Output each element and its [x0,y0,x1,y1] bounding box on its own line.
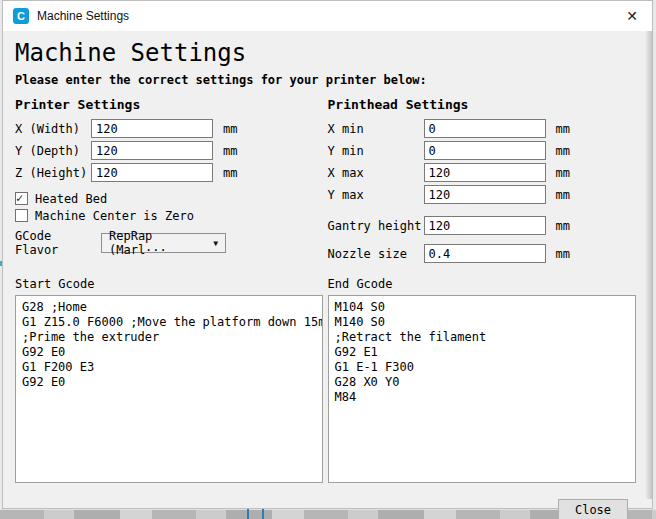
y-min-unit: mm [556,144,570,158]
machine-settings-dialog: C Machine Settings ✕ Machine Settings Pl… [2,0,653,509]
gantry-height-unit: mm [556,219,570,233]
y-depth-label: Y (Depth) [15,144,91,158]
x-max-input[interactable] [424,163,546,182]
gantry-height-field: Gantry height mm [328,215,641,236]
end-gcode-label: End Gcode [328,277,641,292]
window-close-icon[interactable]: ✕ [612,1,652,31]
gantry-height-label: Gantry height [328,219,424,233]
dialog-body: Machine Settings Please enter the correc… [3,31,652,509]
z-height-field: Z (Height) mm [15,162,328,183]
printer-settings-title: Printer Settings [15,97,328,112]
x-width-input[interactable] [91,119,213,138]
heated-bed-checkbox[interactable] [15,192,28,205]
end-gcode-textarea[interactable]: M104 S0 M140 S0 ;Retract the filament G9… [328,295,636,483]
gcode-flavor-row: GCode Flavor RepRap (Marl··· ▼ [15,233,328,253]
gcode-flavor-select[interactable]: RepRap (Marl··· ▼ [101,233,226,253]
heated-bed-label: Heated Bed [35,192,107,206]
y-min-field: Y min mm [328,140,641,161]
titlebar[interactable]: C Machine Settings ✕ [3,1,652,31]
x-max-field: X max mm [328,162,641,183]
z-height-unit: mm [223,166,237,180]
gantry-height-input[interactable] [424,216,546,235]
machine-center-zero-row: Machine Center is Zero [15,207,328,224]
printer-settings-section: Printer Settings X (Width) mm Y (Depth) … [15,97,328,265]
start-gcode-label: Start Gcode [15,277,328,292]
nozzle-size-field: Nozzle size mm [328,243,641,264]
y-max-field: Y max mm [328,184,641,205]
heated-bed-row: Heated Bed [15,190,328,207]
z-height-input[interactable] [91,163,213,182]
machine-center-zero-checkbox[interactable] [15,209,28,222]
start-gcode-textarea[interactable]: G28 ;Home G1 Z15.0 F6000 ;Move the platf… [15,295,323,483]
machine-center-zero-label: Machine Center is Zero [35,209,194,223]
screen: C Machine Settings ✕ Machine Settings Pl… [0,0,656,519]
x-width-unit: mm [223,122,237,136]
y-min-label: Y min [328,144,424,158]
gcode-columns: Start Gcode G28 ;Home G1 Z15.0 F6000 ;Mo… [15,277,640,487]
x-min-label: X min [328,122,424,136]
y-max-label: Y max [328,188,424,202]
close-button[interactable]: Close [558,499,628,519]
x-max-unit: mm [556,166,570,180]
z-height-label: Z (Height) [15,166,91,180]
y-max-input[interactable] [424,185,546,204]
printhead-settings-section: Printhead Settings X min mm Y min mm X m… [328,97,641,265]
x-min-unit: mm [556,122,570,136]
y-depth-field: Y (Depth) mm [15,140,328,161]
nozzle-size-unit: mm [556,247,570,261]
cura-logo-icon: C [13,8,29,24]
x-width-field: X (Width) mm [15,118,328,139]
x-width-label: X (Width) [15,122,91,136]
window-title: Machine Settings [37,9,129,23]
x-min-input[interactable] [424,119,546,138]
nozzle-size-label: Nozzle size [328,247,424,261]
page-subtitle: Please enter the correct settings for yo… [15,73,640,88]
x-min-field: X min mm [328,118,641,139]
y-depth-input[interactable] [91,141,213,160]
y-min-input[interactable] [424,141,546,160]
printhead-settings-title: Printhead Settings [328,97,641,112]
page-title: Machine Settings [15,39,640,67]
chevron-down-icon: ▼ [213,239,218,248]
y-depth-unit: mm [223,144,237,158]
gcode-flavor-label: GCode Flavor [15,229,101,257]
start-gcode-section: Start Gcode G28 ;Home G1 Z15.0 F6000 ;Mo… [15,277,328,487]
settings-columns: Printer Settings X (Width) mm Y (Depth) … [15,97,640,265]
gcode-flavor-value: RepRap (Marl··· [109,229,213,257]
nozzle-size-input[interactable] [424,244,546,263]
y-max-unit: mm [556,188,570,202]
end-gcode-section: End Gcode M104 S0 M140 S0 ;Retract the f… [328,277,641,487]
x-max-label: X max [328,166,424,180]
right-edge-shadow [645,31,652,499]
dialog-footer: Close [15,499,640,519]
